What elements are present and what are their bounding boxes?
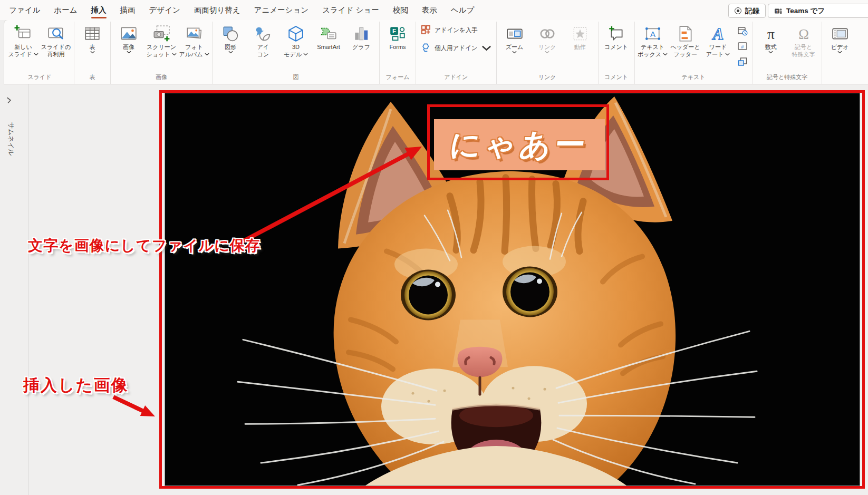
date-time-button[interactable] [736, 24, 749, 37]
wordart-button[interactable]: Aワードアート [702, 22, 735, 58]
symbol-icon: Ω [795, 24, 813, 43]
slide-text: にゃあー [447, 124, 592, 166]
icons-button[interactable]: アイコン [247, 22, 279, 58]
tab-review[interactable]: 校閲 [386, 0, 415, 20]
get-addins-button[interactable]: アドインを入手 [421, 25, 491, 36]
record-label: 記録 [745, 6, 759, 16]
tab-animations[interactable]: アニメーション [247, 0, 316, 20]
video-button[interactable]: ビデオ [824, 22, 856, 54]
menu-tabs: ファイルホーム挿入描画デザイン画面切り替えアニメーションスライド ショー校閲表示… [0, 0, 481, 20]
forms-icon: F [389, 24, 407, 43]
ribbon-group: AテキストボックスヘッダーとフッターAワードアート#テキスト [635, 22, 753, 84]
ribbon-group: ビデオ [822, 22, 858, 84]
zoom-link-icon [506, 24, 524, 43]
tab-file[interactable]: ファイル [2, 0, 47, 20]
header-footer-button[interactable]: ヘッダーとフッター [669, 22, 702, 58]
tab-draw[interactable]: 描画 [113, 0, 142, 20]
ribbon-group: アドインを入手個人用アドインアドイン [416, 22, 497, 84]
text-box-button[interactable]: Aテキストボックス [636, 22, 669, 58]
get-addins-icon [421, 25, 431, 36]
teams-icon: T [774, 7, 783, 15]
teams-label: Teams でフ [786, 6, 825, 16]
table-button[interactable]: 表 [76, 22, 109, 54]
icons-icon [254, 24, 272, 43]
smartart-icon [320, 24, 337, 43]
ribbon: 新しいスライドスライドの再利用スライド表表画像スクリーンショットフォトアルバム画… [4, 20, 868, 84]
ribbon-group: 表表 [74, 22, 111, 84]
reuse-slides-button[interactable]: スライドの再利用 [40, 22, 72, 58]
ribbon-group: 画像スクリーンショットフォトアルバム画像 [111, 22, 213, 84]
shapes-button[interactable]: 図形 [214, 22, 247, 54]
ribbon-group-label: 図 [214, 71, 378, 84]
slide-text-box[interactable]: にゃあー [434, 119, 605, 170]
slide-number-button[interactable]: # [736, 40, 749, 53]
header-footer-icon [677, 24, 695, 43]
chart-icon [352, 24, 370, 43]
link-icon [538, 24, 556, 43]
annotation-caption-bottom: 挿入した画像 [23, 374, 128, 396]
svg-text:Ω: Ω [798, 26, 809, 42]
ribbon-group: ズームリンク動作リンク [497, 22, 599, 84]
picture-icon [120, 24, 138, 43]
menu-bar: ファイルホーム挿入描画デザイン画面切り替えアニメーションスライド ショー校閲表示… [0, 0, 868, 20]
tab-view[interactable]: 表示 [415, 0, 444, 20]
picture-button[interactable]: 画像 [112, 22, 145, 54]
teams-share-button[interactable]: T Teams でフ [768, 4, 868, 18]
symbol-button: Ω記号と特殊文字 [787, 22, 820, 58]
screenshot-icon [152, 24, 170, 43]
forms-button[interactable]: FForms [381, 22, 414, 51]
ribbon-group: 新しいスライドスライドの再利用スライド [5, 22, 74, 84]
object-button[interactable] [736, 55, 749, 68]
annotation-caption-top: 文字を画像にしてファイルに保存 [28, 236, 261, 256]
svg-text:A: A [650, 30, 655, 38]
tab-design[interactable]: デザイン [142, 0, 187, 20]
3d-model-icon [287, 24, 305, 43]
ribbon-group-label: アドイン [418, 71, 495, 84]
ribbon-group-label: リンク [498, 71, 596, 84]
ribbon-group: FFormsフォーム [380, 22, 416, 84]
ribbon-group-label: 画像 [112, 71, 210, 84]
screenshot-button[interactable]: スクリーンショット [145, 22, 178, 58]
record-button[interactable]: 記録 [728, 4, 766, 18]
ribbon-group-label: スライド [7, 71, 72, 84]
reuse-slides-icon [47, 24, 65, 43]
photo-album-button[interactable]: フォトアルバム [178, 22, 210, 58]
equation-button[interactable]: π数式 [755, 22, 787, 54]
chart-button[interactable]: グラフ [345, 22, 378, 51]
svg-text:π: π [767, 25, 775, 42]
equation-icon: π [762, 24, 780, 43]
ribbon-group: π数式Ω記号と特殊文字記号と特殊文字 [753, 22, 822, 84]
tab-insert[interactable]: 挿入 [84, 0, 113, 20]
comment-button[interactable]: コメント [600, 22, 633, 51]
comment-icon [607, 24, 625, 43]
3d-model-button[interactable]: 3Dモデル [279, 22, 312, 58]
my-addins-icon [421, 43, 431, 54]
shapes-icon [221, 24, 239, 43]
action-button: 動作 [564, 22, 596, 51]
ribbon-group-label: コメント [600, 71, 633, 84]
action-icon [571, 24, 589, 43]
zoom-link-button[interactable]: ズーム [498, 22, 531, 54]
table-icon [83, 24, 101, 43]
new-slide-icon [14, 24, 32, 43]
record-icon [735, 7, 741, 14]
photo-album-icon [185, 24, 203, 43]
wordart-icon: A [709, 24, 727, 43]
tab-slideshow[interactable]: スライド ショー [315, 0, 386, 20]
svg-text:F: F [392, 27, 396, 34]
thumbnail-pane-label: サムネイル [6, 118, 15, 160]
tab-home[interactable]: ホーム [47, 0, 84, 20]
smartart-button[interactable]: SmartArt [312, 22, 345, 51]
link-button: リンク [531, 22, 564, 54]
my-addins-button[interactable]: 個人用アドイン [421, 43, 491, 54]
tab-help[interactable]: ヘルプ [444, 0, 481, 20]
expand-pane-chevron-icon[interactable] [6, 96, 12, 105]
ribbon-group-label [824, 72, 856, 84]
ribbon-group: 図形アイコン3DモデルSmartArtグラフ図 [213, 22, 380, 84]
text-box-icon: A [644, 24, 662, 43]
thumbnail-pane-collapsed[interactable]: サムネイル [0, 84, 29, 495]
svg-text:T: T [776, 8, 778, 13]
tab-transitions[interactable]: 画面切り替え [187, 0, 247, 20]
ribbon-group-label: テキスト [636, 71, 751, 84]
new-slide-button[interactable]: 新しいスライド [7, 22, 40, 58]
